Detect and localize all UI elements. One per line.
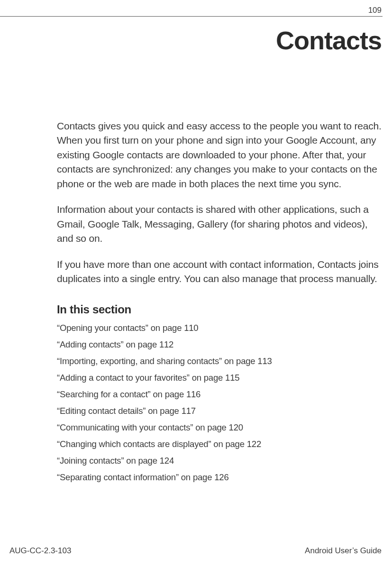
page-content: Contacts Contacts gives you quick and ea…: [57, 26, 382, 489]
toc-list: “Opening your contacts” on page 110 “Add…: [57, 323, 382, 483]
intro-paragraph: Contacts gives you quick and easy access…: [57, 119, 382, 191]
toc-entry[interactable]: “Adding a contact to your favorites” on …: [57, 373, 382, 383]
toc-entry[interactable]: “Changing which contacts are displayed” …: [57, 439, 382, 449]
chapter-title: Contacts: [57, 26, 382, 55]
intro-paragraph: If you have more than one account with c…: [57, 257, 382, 286]
page-number: 109: [368, 6, 382, 15]
footer-doc-title: Android User’s Guide: [305, 546, 382, 556]
page-footer: AUG-CC-2.3-103 Android User’s Guide: [9, 546, 382, 556]
intro-block: Contacts gives you quick and easy access…: [57, 119, 382, 286]
header-rule: [0, 16, 383, 17]
toc-entry[interactable]: “Editing contact details” on page 117: [57, 406, 382, 416]
toc-entry[interactable]: “Searching for a contact” on page 116: [57, 389, 382, 400]
toc-entry[interactable]: “Opening your contacts” on page 110: [57, 323, 382, 333]
toc-entry[interactable]: “Separating contact information” on page…: [57, 472, 382, 483]
document-page: 109 Contacts Contacts gives you quick an…: [0, 0, 392, 567]
toc-entry[interactable]: “Adding contacts” on page 112: [57, 339, 382, 350]
section-heading: In this section: [57, 303, 382, 316]
footer-doc-id: AUG-CC-2.3-103: [9, 546, 71, 556]
intro-paragraph: Information about your contacts is share…: [57, 202, 382, 246]
toc-entry[interactable]: “Importing, exporting, and sharing conta…: [57, 356, 382, 366]
toc-entry[interactable]: “Joining contacts” on page 124: [57, 456, 382, 466]
toc-entry[interactable]: “Communicating with your contacts” on pa…: [57, 422, 382, 433]
